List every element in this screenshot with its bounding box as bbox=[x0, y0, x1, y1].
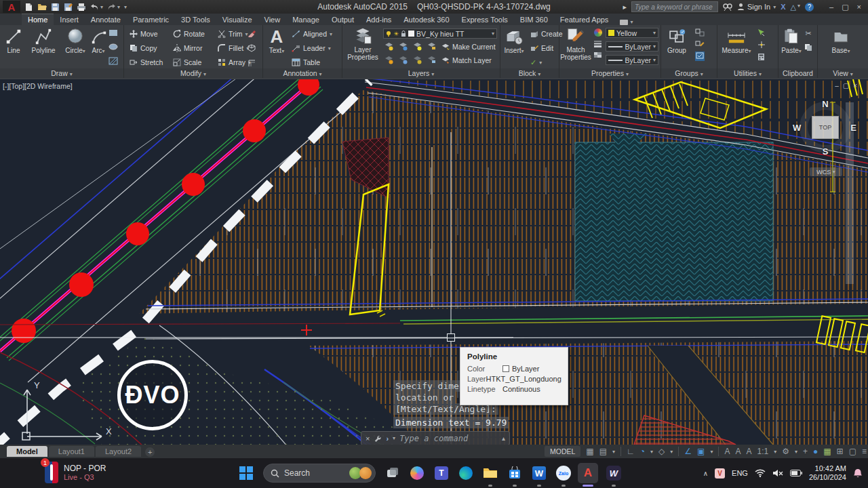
layer-isolate-icon[interactable] bbox=[384, 42, 393, 51]
command-line[interactable]: × › ▾ Type a command ▴ bbox=[361, 431, 510, 445]
units-icon[interactable]: ● bbox=[813, 447, 818, 456]
tab-model[interactable]: Model bbox=[7, 446, 47, 457]
grid-display-icon[interactable]: ▦ bbox=[586, 447, 593, 456]
create-block-button[interactable]: Create bbox=[530, 29, 563, 39]
layer-unisolate-icon[interactable] bbox=[384, 56, 393, 64]
restore-button[interactable]: ▢ bbox=[842, 3, 848, 12]
redo-dropdown-icon[interactable]: ▾ bbox=[117, 4, 120, 10]
wrench-icon[interactable] bbox=[374, 434, 382, 443]
tab-home[interactable]: Home bbox=[22, 14, 54, 25]
isometric-drafting-icon[interactable]: ◇ bbox=[658, 447, 665, 456]
autocad-taskbar-icon[interactable]: A bbox=[578, 463, 598, 483]
media-app-icon[interactable]: W bbox=[605, 464, 623, 482]
task-view-button[interactable] bbox=[384, 464, 401, 482]
cut-icon[interactable]: ✂ bbox=[805, 29, 811, 38]
a360-button[interactable]: △▾ bbox=[791, 3, 800, 12]
panel-properties-footer[interactable]: Properties ▾ bbox=[559, 68, 660, 78]
isolate-objects-icon[interactable]: ⊞ bbox=[837, 447, 844, 456]
aligned-dimension-button[interactable]: Aligned▾ bbox=[292, 29, 332, 39]
new-layout-button[interactable]: + bbox=[145, 447, 155, 457]
tab-featured-apps[interactable]: Featured Apps bbox=[554, 14, 615, 25]
annotation-scale-value[interactable]: 1:1 bbox=[757, 447, 768, 456]
text-button[interactable]: A Text▾ bbox=[266, 27, 288, 55]
redo-button[interactable]: ▾ bbox=[107, 3, 120, 11]
move-button[interactable]: Move bbox=[130, 29, 163, 39]
tab-annotate[interactable]: Annotate bbox=[85, 14, 127, 25]
layer-freeze-icon[interactable] bbox=[399, 42, 408, 51]
leader-button[interactable]: Leader▾ bbox=[292, 43, 332, 53]
drawing-canvas[interactable]: Y X ĐVO [-][Top][2D Wireframe] –▢× N W E… bbox=[0, 79, 868, 445]
microsoft-store-icon[interactable] bbox=[506, 464, 524, 482]
panel-draw-footer[interactable]: Draw ▾ bbox=[0, 68, 123, 78]
rectangle-icon[interactable] bbox=[108, 29, 118, 37]
taskbar-search[interactable]: Search bbox=[263, 464, 376, 483]
panel-block-footer[interactable]: Block ▾ bbox=[500, 68, 559, 78]
base-button[interactable]: Base▾ bbox=[827, 27, 854, 55]
viewport-window-buttons[interactable]: –▢× bbox=[835, 82, 861, 89]
panel-layers-footer[interactable]: Layers ▾ bbox=[342, 68, 500, 78]
insert-block-button[interactable]: Insert▾ bbox=[502, 27, 526, 55]
object-snap-icon[interactable]: ∠ bbox=[684, 447, 692, 456]
fillet-button[interactable]: Fillet▾ bbox=[218, 43, 251, 53]
array-button[interactable]: Array▾ bbox=[218, 58, 251, 67]
match-layer-button[interactable]: Match Layer bbox=[441, 56, 492, 65]
point-icon[interactable] bbox=[757, 41, 766, 49]
tab-express-tools[interactable]: Express Tools bbox=[456, 14, 514, 25]
layer-thaw-all-icon[interactable] bbox=[399, 56, 408, 64]
model-space-toggle[interactable]: MODEL bbox=[545, 446, 580, 457]
tab-layout1[interactable]: Layout1 bbox=[49, 446, 94, 457]
command-input[interactable]: Type a command bbox=[399, 434, 498, 443]
viewport-controls-label[interactable]: [-][Top][2D Wireframe] bbox=[3, 82, 73, 90]
layer-lock-icon[interactable] bbox=[427, 42, 436, 51]
infocenter-arrow-icon[interactable]: ▸ bbox=[623, 3, 627, 12]
ellipse-icon[interactable] bbox=[108, 43, 118, 50]
object-color-dropdown[interactable]: Yellow ▾ bbox=[606, 28, 658, 38]
stretch-button[interactable]: Stretch bbox=[130, 58, 163, 67]
annotation-monitor-icon[interactable]: + bbox=[803, 447, 808, 456]
battery-icon[interactable] bbox=[790, 470, 802, 476]
hatch-icon[interactable] bbox=[108, 57, 118, 65]
scale-button[interactable]: Scale bbox=[173, 58, 205, 67]
minimize-button[interactable]: – bbox=[829, 3, 833, 12]
circle-button[interactable]: Circle▾ bbox=[62, 27, 88, 55]
exchange-apps-icon[interactable]: X bbox=[781, 3, 785, 11]
annotation-visibility-icon[interactable]: A bbox=[724, 447, 730, 456]
block-attributes-button[interactable]: ✓▾ bbox=[530, 58, 563, 67]
quick-select-icon[interactable] bbox=[757, 28, 766, 37]
edit-block-button[interactable]: Edit bbox=[530, 43, 563, 53]
object-snap-tracking-icon[interactable]: ▣ bbox=[697, 447, 705, 456]
polar-tracking-icon[interactable]: ◔ bbox=[640, 447, 645, 456]
copy-button[interactable]: Copy bbox=[130, 43, 163, 53]
layer-dropdown[interactable]: ☀ BV_Ky hieu TT ▾ bbox=[383, 28, 497, 39]
compass-west[interactable]: W bbox=[793, 123, 801, 133]
lineweight-icon[interactable] bbox=[593, 41, 602, 47]
rotate-button[interactable]: Rotate bbox=[173, 29, 205, 39]
viewcube-compass[interactable]: N W E S TOP bbox=[800, 102, 851, 153]
compass-south[interactable]: S bbox=[823, 146, 829, 157]
layer-unlock-all-icon[interactable] bbox=[427, 56, 436, 64]
panel-utilities-footer[interactable]: Utilities ▾ bbox=[717, 68, 778, 78]
ortho-mode-icon[interactable]: ∟ bbox=[627, 447, 635, 456]
panel-view-footer[interactable]: View ▾ bbox=[818, 68, 868, 78]
tab-add-ins[interactable]: Add-ins bbox=[360, 14, 397, 25]
copilot-icon[interactable] bbox=[408, 464, 426, 482]
plot-icon[interactable] bbox=[77, 3, 86, 12]
v-app-tray-icon[interactable]: V bbox=[715, 468, 725, 479]
save-icon[interactable] bbox=[51, 3, 60, 12]
copy-clip-icon[interactable] bbox=[804, 43, 812, 52]
annotation-scale-icon[interactable]: A bbox=[746, 447, 751, 456]
autoscale-icon[interactable]: A bbox=[735, 447, 741, 456]
tab-insert[interactable]: Insert bbox=[54, 14, 85, 25]
new-file-icon[interactable] bbox=[24, 3, 33, 12]
paste-button[interactable]: Paste▾ bbox=[780, 27, 803, 55]
undo-dropdown-icon[interactable]: ▾ bbox=[100, 4, 103, 10]
edge-icon[interactable] bbox=[457, 464, 475, 482]
measure-button[interactable]: Measure▾ bbox=[722, 27, 751, 55]
compass-north[interactable]: N bbox=[822, 99, 828, 109]
quick-properties-icon[interactable]: ▦ bbox=[823, 447, 831, 456]
tab-manage[interactable]: Manage bbox=[286, 14, 326, 25]
recent-commands-icon[interactable]: ▴ bbox=[502, 434, 505, 442]
clean-screen-icon[interactable]: ▢ bbox=[849, 447, 856, 456]
tray-expand-icon[interactable]: ∧ bbox=[703, 470, 708, 477]
panel-modify-footer[interactable]: Modify ▾ bbox=[124, 68, 262, 78]
